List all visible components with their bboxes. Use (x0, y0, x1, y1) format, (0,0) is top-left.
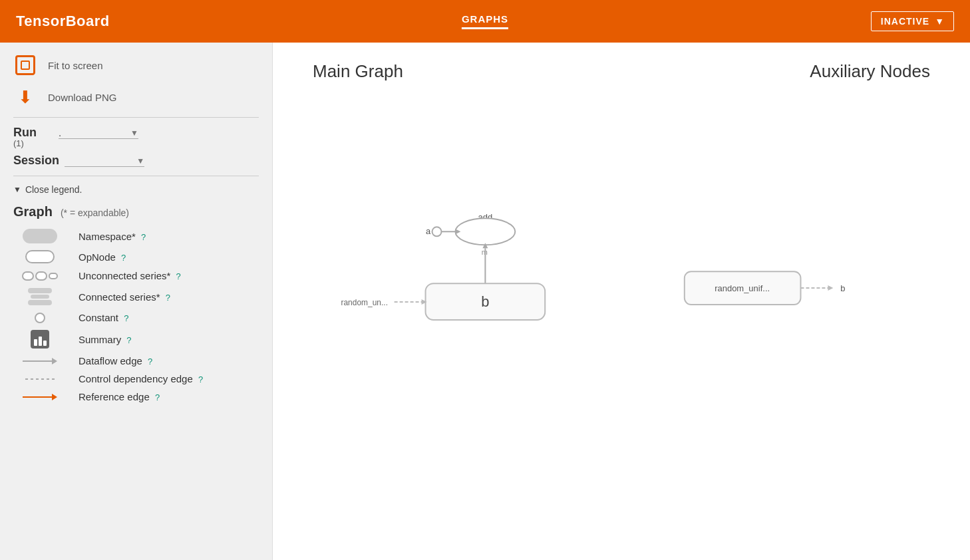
summary-help-link[interactable]: ? (126, 335, 131, 345)
namespace-icon (13, 229, 67, 243)
legend-item-namespace: Namespace* ? (13, 229, 259, 243)
legend-item-dataflow: Dataflow edge ? (13, 355, 259, 366)
dataflow-help-link[interactable]: ? (148, 356, 152, 366)
a-node[interactable] (432, 227, 442, 236)
nav-underline (462, 27, 508, 29)
run-select-wrapper: . ▼ (59, 127, 138, 139)
graphs-nav-label[interactable]: GRAPHS (462, 13, 508, 27)
inactive-label: INACTIVE (881, 16, 929, 27)
b-node-label: b (481, 293, 489, 310)
app-title: TensorBoard (16, 13, 110, 30)
session-select-wrapper: ▼ (65, 155, 144, 167)
aux-random-label: random_unif... (715, 283, 770, 293)
fit-to-screen-icon (13, 53, 37, 77)
session-label: Session (13, 154, 59, 168)
add-node[interactable] (455, 218, 515, 245)
legend-item-unconnected: Unconnected series* ? (13, 270, 259, 281)
constant-icon (13, 313, 67, 323)
constant-label: Constant ? (79, 312, 128, 323)
legend-item-constant: Constant ? (13, 312, 259, 323)
run-label: Run (13, 126, 53, 140)
dataflow-icon (13, 358, 67, 364)
session-row: Session ▼ (13, 154, 259, 168)
unconnected-icon (13, 271, 67, 281)
legend-header: Graph (* = expandable) (13, 204, 259, 219)
aux-edge-arrow (828, 285, 833, 291)
main-graph-title: Main Graph (313, 61, 403, 82)
dataflow-label: Dataflow edge ? (79, 355, 152, 366)
random-un-label: random_un... (341, 298, 388, 307)
close-legend-label: Close legend. (25, 184, 82, 195)
unconnected-label: Unconnected series* ? (79, 270, 181, 281)
run-count: (1) (13, 138, 259, 148)
run-select[interactable]: . (59, 127, 138, 139)
main-graph-area[interactable]: Main Graph Auxiliary Nodes add a m (273, 43, 970, 560)
connected-icon (13, 288, 67, 305)
legend-item-opnode: OpNode ? (13, 250, 259, 263)
reference-icon (13, 394, 67, 400)
unconnected-help-link[interactable]: ? (176, 271, 181, 281)
summary-label: Summary ? (79, 334, 132, 345)
chevron-down-icon: ▼ (935, 16, 944, 27)
aux-b-label: b (840, 283, 845, 293)
summary-icon (13, 330, 67, 349)
control-help-link[interactable]: ? (198, 374, 203, 384)
download-icon: ⬇ (13, 85, 37, 109)
close-legend-chevron-icon: ▼ (13, 185, 21, 194)
sidebar: Fit to screen ⬇ Download PNG Run . ▼ (1)… (0, 43, 273, 560)
download-png-button[interactable]: ⬇ Download PNG (13, 85, 259, 109)
aux-nodes-title: Auxiliary Nodes (810, 61, 930, 82)
inactive-dropdown[interactable]: INACTIVE ▼ (871, 11, 954, 31)
legend-item-reference: Reference edge ? (13, 391, 259, 402)
body: Fit to screen ⬇ Download PNG Run . ▼ (1)… (0, 43, 970, 560)
control-dep-icon (13, 378, 67, 380)
reference-help-link[interactable]: ? (155, 392, 160, 402)
namespace-help-link[interactable]: ? (141, 232, 146, 242)
divider-2 (13, 176, 259, 176)
opnode-help-link[interactable]: ? (121, 253, 126, 263)
legend-item-connected: Connected series* ? (13, 288, 259, 305)
graph-canvas[interactable]: add a m b random_un... (273, 96, 970, 560)
divider-1 (13, 117, 259, 118)
opnode-label: OpNode ? (79, 251, 126, 263)
legend-item-control: Control dependency edge ? (13, 373, 259, 384)
reference-label: Reference edge ? (79, 391, 160, 402)
fit-to-screen-label: Fit to screen (48, 60, 103, 71)
namespace-label: Namespace* ? (79, 231, 146, 242)
legend-subtitle: (* = expandable) (61, 208, 129, 218)
close-legend-button[interactable]: ▼ Close legend. (13, 184, 259, 195)
control-label: Control dependency edge ? (79, 373, 203, 384)
graph-svg: add a m b random_un... (273, 96, 970, 560)
header: TensorBoard GRAPHS INACTIVE ▼ (0, 0, 970, 43)
legend-item-summary: Summary ? (13, 330, 259, 349)
session-select[interactable] (65, 155, 144, 167)
legend-title: Graph (13, 204, 53, 219)
constant-help-link[interactable]: ? (124, 313, 128, 323)
a-label: a (426, 226, 431, 236)
header-nav: GRAPHS (462, 13, 508, 29)
run-row: Run . ▼ (13, 126, 259, 140)
m-label: m (482, 248, 488, 256)
fit-to-screen-button[interactable]: Fit to screen (13, 53, 259, 77)
download-png-label: Download PNG (48, 92, 116, 103)
connected-label: Connected series* ? (79, 291, 170, 303)
connected-help-link[interactable]: ? (166, 293, 170, 303)
opnode-icon (13, 250, 67, 263)
